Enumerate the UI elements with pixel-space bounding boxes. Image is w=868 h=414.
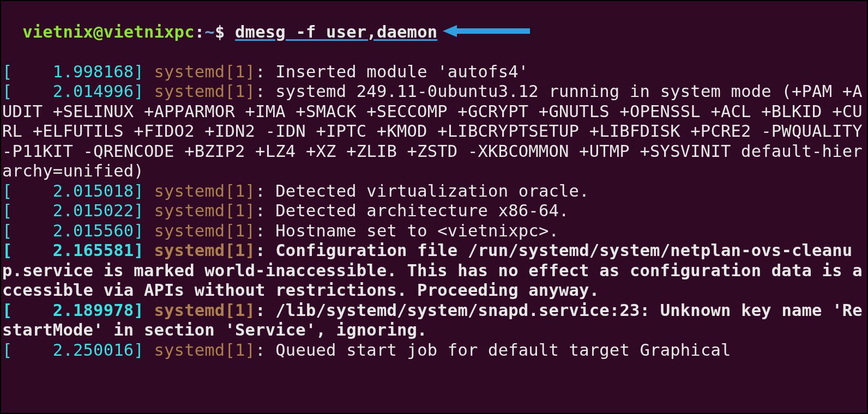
log-line: [ 2.015560] systemd[1]: Hostname set to … — [2, 221, 866, 241]
timestamp: 2.015022 — [13, 201, 134, 220]
bracket-open: [ — [2, 201, 13, 220]
bracket-close: ] — [134, 181, 154, 200]
log-line: [ 2.015018] systemd[1]: Detected virtual… — [2, 181, 866, 202]
message-text: Detected architecture x86-64. — [275, 201, 569, 220]
timestamp: 2.015018 — [13, 181, 134, 200]
timestamp: 1.998168 — [13, 62, 134, 81]
bracket-close: ] — [134, 241, 154, 260]
prompt-line: vietnix@vietnixpc:~$ dmesg -f user,daemo… — [22, 22, 530, 41]
separator: : — [255, 340, 275, 360]
log-line: [ 2.014996] systemd[1]: systemd 249.11-0… — [2, 82, 866, 181]
bracket-open: [ — [2, 181, 13, 200]
bracket-close: ] — [134, 221, 154, 240]
separator: : — [255, 82, 275, 101]
message-text: Hostname set to <vietnixpc>. — [275, 221, 559, 240]
timestamp: 2.189978 — [13, 301, 134, 320]
prompt-user: vietnix — [22, 22, 93, 41]
separator: : — [255, 241, 275, 260]
arrow-left-icon — [443, 25, 530, 37]
bracket-close: ] — [134, 201, 154, 220]
prompt-dollar: $ — [215, 22, 235, 41]
log-line: [ 2.250016] systemd[1]: Queued start job… — [2, 340, 866, 361]
prompt-colon: : — [195, 22, 205, 41]
timestamp: 2.165581 — [13, 241, 134, 260]
timestamp: 2.015560 — [13, 221, 134, 240]
bracket-close: ] — [134, 62, 154, 81]
prompt-path: ~ — [204, 22, 215, 41]
prompt-at: @ — [93, 22, 104, 41]
separator: : — [255, 201, 275, 220]
log-lines: [ 1.998168] systemd[1]: Inserted module … — [2, 62, 866, 361]
separator: : — [255, 62, 275, 81]
process-name: systemd[1] — [154, 241, 255, 260]
message-text: Detected virtualization oracle. — [275, 181, 589, 200]
bracket-open: [ — [2, 82, 13, 101]
bracket-close: ] — [134, 340, 154, 360]
process-name: systemd[1] — [154, 62, 255, 81]
message-text: Queued start job for default target Grap… — [275, 340, 731, 360]
bracket-open: [ — [2, 241, 13, 260]
process-name: systemd[1] — [154, 301, 255, 320]
prompt-host: vietnixpc — [104, 22, 195, 41]
separator: : — [255, 221, 275, 240]
log-line: [ 2.015022] systemd[1]: Detected archite… — [2, 201, 866, 221]
command-text: dmesg -f user,daemon — [235, 22, 437, 41]
process-name: systemd[1] — [154, 340, 255, 360]
timestamp: 2.250016 — [13, 340, 134, 360]
timestamp: 2.014996 — [13, 82, 134, 101]
bracket-open: [ — [2, 301, 13, 320]
log-line: [ 1.998168] systemd[1]: Inserted module … — [2, 62, 866, 82]
process-name: systemd[1] — [154, 201, 255, 220]
log-line: [ 2.165581] systemd[1]: Configuration fi… — [2, 241, 866, 301]
bracket-close: ] — [134, 82, 154, 101]
bracket-open: [ — [2, 221, 13, 240]
process-name: systemd[1] — [154, 82, 255, 101]
process-name: systemd[1] — [154, 181, 255, 200]
separator: : — [255, 181, 275, 200]
bracket-open: [ — [2, 62, 13, 81]
terminal-output[interactable]: vietnix@vietnixpc:~$ dmesg -f user,daemo… — [1, 1, 867, 381]
bracket-open: [ — [2, 340, 13, 360]
svg-marker-0 — [443, 25, 530, 37]
message-text: Inserted module 'autofs4' — [275, 62, 528, 81]
log-line: [ 2.189978] systemd[1]: /lib/systemd/sys… — [2, 301, 866, 340]
process-name: systemd[1] — [154, 221, 255, 240]
bracket-close: ] — [134, 301, 154, 320]
separator: : — [255, 301, 275, 320]
